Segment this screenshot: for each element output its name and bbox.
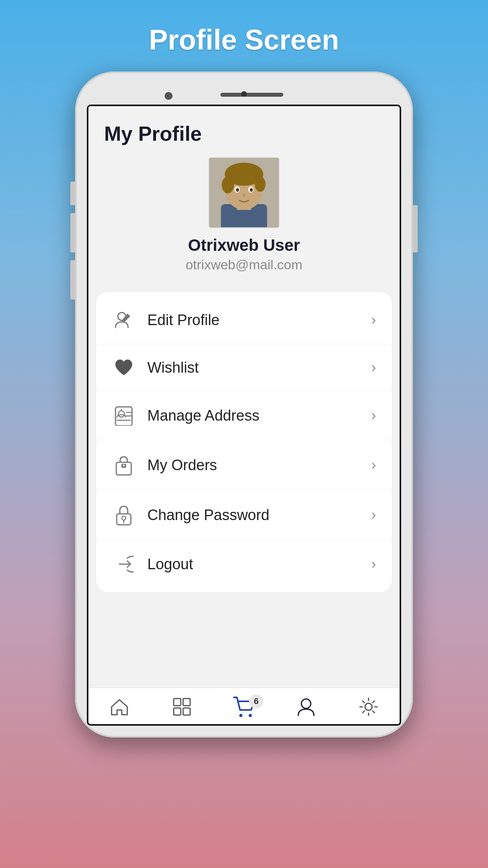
logout-icon-wrap xyxy=(112,554,136,574)
side-buttons-right xyxy=(413,205,418,252)
nav-item-profile[interactable] xyxy=(275,696,337,718)
menu-item-wishlist[interactable]: Wishlist › xyxy=(96,344,392,391)
heart-icon xyxy=(114,359,134,377)
change-password-label: Change Password xyxy=(147,507,371,524)
menu-item-logout[interactable]: Logout › xyxy=(96,540,392,588)
user-name: Otrixweb User xyxy=(188,236,300,255)
chevron-right-icon: › xyxy=(371,359,376,376)
chevron-right-icon: › xyxy=(371,556,376,572)
nav-item-categories[interactable] xyxy=(150,696,213,718)
profile-section-title: My Profile xyxy=(104,122,384,145)
nav-item-settings[interactable] xyxy=(338,696,400,718)
lock-icon xyxy=(114,504,134,526)
logout-icon xyxy=(114,554,134,574)
mute-button xyxy=(70,182,75,205)
menu-item-my-orders[interactable]: My Orders › xyxy=(96,440,392,490)
chevron-right-icon: › xyxy=(371,407,376,424)
edit-profile-icon xyxy=(114,310,134,330)
phone-screen: My Profile xyxy=(87,105,401,726)
avatar-section: Otrixweb User otrixweb@mail.com xyxy=(104,157,384,272)
address-icon xyxy=(114,405,134,426)
edit-profile-icon-wrap xyxy=(112,310,136,330)
svg-point-11 xyxy=(242,193,246,197)
camera-icon xyxy=(165,92,172,100)
menu-item-edit-profile[interactable]: Edit Profile › xyxy=(96,296,392,344)
earpiece-dot xyxy=(241,91,247,97)
lock-icon-wrap xyxy=(112,504,136,526)
logout-label: Logout xyxy=(147,556,371,573)
user-email: otrixweb@mail.com xyxy=(185,257,302,272)
home-icon xyxy=(109,697,130,717)
svg-point-30 xyxy=(249,714,252,717)
svg-point-9 xyxy=(236,188,239,192)
address-icon-wrap xyxy=(112,405,136,426)
edit-profile-label: Edit Profile xyxy=(147,312,371,329)
my-orders-label: My Orders xyxy=(147,457,371,474)
menu-item-manage-address[interactable]: Manage Address › xyxy=(96,391,392,440)
chevron-right-icon: › xyxy=(371,507,376,523)
menu-card: Edit Profile › Wishlist › xyxy=(96,292,392,592)
orders-icon xyxy=(114,454,134,476)
chevron-right-icon: › xyxy=(371,457,376,473)
settings-icon xyxy=(358,697,379,717)
svg-rect-25 xyxy=(174,699,181,706)
page-title: Profile Screen xyxy=(149,24,339,56)
power-button xyxy=(413,205,418,252)
svg-point-10 xyxy=(250,188,253,192)
volume-up-button xyxy=(70,213,75,252)
cart-badge: 6 xyxy=(249,694,263,708)
svg-point-31 xyxy=(301,699,311,708)
phone-shell: My Profile xyxy=(75,72,413,737)
heart-icon-wrap xyxy=(112,359,136,377)
svg-point-14 xyxy=(118,411,125,417)
svg-rect-26 xyxy=(183,699,190,706)
speaker-bar xyxy=(220,93,283,97)
profile-header: My Profile xyxy=(88,106,400,280)
svg-point-6 xyxy=(255,177,265,192)
user-icon xyxy=(296,697,316,717)
svg-point-5 xyxy=(222,177,234,193)
chevron-right-icon: › xyxy=(371,312,376,328)
nav-item-cart[interactable]: 6 xyxy=(213,696,275,718)
phone-top xyxy=(86,83,402,105)
grid-icon xyxy=(172,697,192,717)
svg-rect-28 xyxy=(183,708,190,715)
svg-point-20 xyxy=(123,465,125,467)
wishlist-label: Wishlist xyxy=(147,359,371,376)
svg-rect-27 xyxy=(174,708,181,715)
avatar-image xyxy=(209,158,279,227)
svg-point-22 xyxy=(122,516,126,520)
avatar xyxy=(209,157,279,228)
side-buttons-left xyxy=(70,182,75,300)
bottom-nav: 6 xyxy=(88,688,400,724)
manage-address-label: Manage Address xyxy=(147,407,371,424)
nav-item-home[interactable] xyxy=(88,696,150,718)
volume-down-button xyxy=(70,260,75,300)
orders-icon-wrap xyxy=(112,454,136,476)
menu-item-change-password[interactable]: Change Password › xyxy=(96,490,392,540)
screen-content: My Profile xyxy=(88,106,400,724)
svg-point-32 xyxy=(365,703,372,710)
spacer xyxy=(88,600,400,688)
svg-point-29 xyxy=(239,714,242,717)
